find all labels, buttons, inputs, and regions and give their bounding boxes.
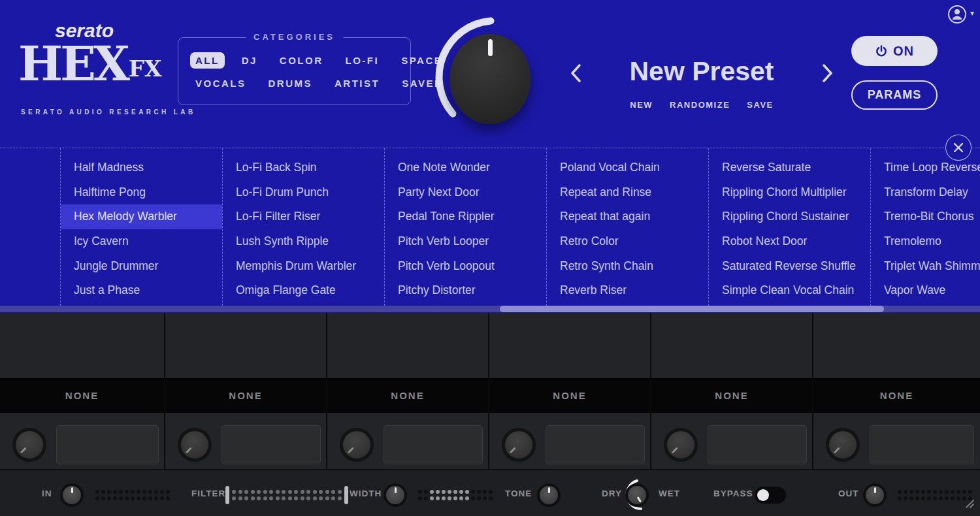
wet-label: WET: [659, 489, 680, 498]
fx-slot-5-selector[interactable]: NONE: [651, 378, 812, 413]
preset-item[interactable]: Icy Cavern: [61, 229, 222, 254]
save-preset-button[interactable]: SAVE: [747, 100, 773, 110]
preset-item[interactable]: Lush Synth Ripple: [223, 229, 384, 254]
fx-slot-2-selector[interactable]: NONE: [165, 378, 326, 413]
fx-slot-1-display[interactable]: [56, 425, 159, 464]
category-all[interactable]: ALL: [190, 52, 225, 69]
fx-slot-4-knob[interactable]: [502, 428, 536, 462]
category-vocals[interactable]: VOCALS: [190, 75, 252, 91]
out-gain-knob[interactable]: [863, 483, 887, 507]
preset-item[interactable]: Rippling Chord Multiplier: [709, 180, 870, 205]
fx-slot-5: NONE: [651, 313, 813, 469]
bypass-toggle[interactable]: [755, 487, 786, 504]
fx-slot-1-selector[interactable]: NONE: [0, 378, 164, 413]
preset-item[interactable]: Poland Vocal Chain: [547, 155, 708, 180]
preset-list-scrollbar-thumb[interactable]: [500, 306, 884, 312]
preset-item[interactable]: Jungle Drummer: [61, 254, 222, 279]
close-preset-list-button[interactable]: [945, 135, 972, 161]
preset-item[interactable]: Pedal Tone Rippler: [385, 204, 546, 229]
categories-panel: CATEGORIES ALL DJ COLOR LO-FI SPACE VOCA…: [178, 37, 411, 105]
preset-item[interactable]: Rippling Chord Sustainer: [709, 204, 870, 229]
fx-rack: NONE NONE NONE NONE NONE: [0, 313, 980, 516]
preset-item[interactable]: Vapor Wave: [871, 278, 980, 303]
preset-item[interactable]: Reverse Saturate: [709, 155, 870, 180]
category-color[interactable]: COLOR: [274, 52, 329, 69]
fx-slot-4: NONE: [489, 313, 651, 469]
knob-pointer: [386, 486, 404, 504]
fx-slot-4-selector[interactable]: NONE: [489, 378, 650, 413]
preset-item[interactable]: Repeat that again: [547, 204, 708, 229]
preset-item[interactable]: Lo-Fi Back Spin: [223, 155, 384, 180]
fx-slot-3-selector[interactable]: NONE: [327, 378, 488, 413]
preset-item[interactable]: Half Madness: [61, 155, 222, 180]
category-lofi[interactable]: LO-FI: [340, 52, 385, 69]
next-preset-button[interactable]: [821, 63, 835, 84]
fx-slot-6-knob[interactable]: [826, 428, 860, 462]
fx-slot-3-display[interactable]: [384, 425, 483, 464]
fx-slot-2-display[interactable]: [221, 425, 321, 464]
fx-slot-4-display[interactable]: [546, 425, 645, 464]
preset-item[interactable]: Repeat and Rinse: [547, 180, 708, 205]
preset-item-selected[interactable]: Hex Melody Warbler: [61, 204, 222, 229]
window-resize-grip[interactable]: [964, 498, 975, 508]
categories-row-2: VOCALS DRUMS ARTIST SAVED: [190, 75, 401, 91]
preset-name-title: New Preset: [626, 56, 777, 87]
macro-knob[interactable]: [449, 34, 531, 124]
preset-item[interactable]: Pitch Verb Loopout: [385, 254, 546, 279]
preset-item[interactable]: Tremo-Bit Chorus: [871, 204, 980, 229]
preset-item[interactable]: Robot Next Door: [709, 229, 870, 254]
filter-high-handle[interactable]: [344, 486, 348, 504]
preset-item[interactable]: Reverb Riser: [547, 278, 708, 303]
category-drums[interactable]: DRUMS: [263, 75, 318, 91]
preset-item[interactable]: Triplet Wah Shimm: [871, 254, 980, 279]
preset-item[interactable]: Lo-Fi Drum Punch: [223, 180, 384, 205]
preset-item[interactable]: Simple Clean Vocal Chain: [709, 278, 870, 303]
hex-logo-text: HEX: [18, 36, 127, 91]
fx-slot-5-display[interactable]: [708, 425, 807, 464]
fx-slot-6-selector[interactable]: NONE: [813, 378, 980, 413]
new-preset-button[interactable]: NEW: [630, 100, 653, 110]
filter-low-handle[interactable]: [225, 486, 229, 504]
preset-item[interactable]: Pitchy Distorter: [385, 278, 546, 303]
category-dj[interactable]: DJ: [237, 52, 263, 69]
preset-item[interactable]: Retro Color: [547, 229, 708, 254]
preset-item[interactable]: One Note Wonder: [385, 155, 546, 180]
preset-item[interactable]: Party Next Door: [385, 180, 546, 205]
fx-slot-6-display[interactable]: [870, 425, 974, 464]
preset-actions: NEW RANDOMIZE SAVE: [619, 100, 784, 110]
user-account-button[interactable]: [947, 5, 967, 24]
width-knob[interactable]: [384, 483, 407, 507]
fx-slot-1-knob[interactable]: [12, 428, 46, 462]
dry-wet-knob[interactable]: [625, 483, 649, 507]
category-artist[interactable]: ARTIST: [329, 75, 385, 91]
previous-preset-button[interactable]: [568, 63, 583, 84]
preset-list-scrollbar-track[interactable]: [0, 306, 980, 312]
close-icon: [953, 142, 964, 153]
fx-slot-5-knob[interactable]: [664, 428, 698, 462]
in-gain-knob[interactable]: [60, 483, 84, 507]
params-button[interactable]: PARAMS: [851, 80, 938, 110]
preset-item[interactable]: Saturated Reverse Shuffle: [709, 254, 870, 279]
preset-item[interactable]: Retro Synth Chain: [547, 254, 708, 279]
bypass-toggle-knob: [757, 489, 769, 501]
width-label: WIDTH: [350, 489, 382, 498]
preset-item[interactable]: Lo-Fi Filter Riser: [223, 204, 384, 229]
account-caret-icon[interactable]: ▾: [970, 8, 974, 18]
power-on-button[interactable]: ON: [851, 36, 938, 66]
filter-range-slider[interactable]: [225, 486, 348, 504]
macro-knob-group: [425, 12, 555, 142]
preset-item[interactable]: Just a Phase: [61, 278, 222, 303]
fx-slot-3-knob[interactable]: [340, 428, 374, 462]
bypass-label: BYPASS: [713, 489, 753, 498]
fx-slot-2-knob[interactable]: [178, 428, 212, 462]
preset-item[interactable]: Omiga Flange Gate: [223, 278, 384, 303]
preset-item[interactable]: Memphis Drum Warbler: [223, 254, 384, 279]
preset-item[interactable]: Transform Delay: [871, 180, 980, 205]
filter-dots: [232, 490, 342, 500]
tone-knob[interactable]: [537, 483, 561, 507]
preset-item[interactable]: Tremolemo: [871, 229, 980, 254]
preset-item[interactable]: Pitch Verb Looper: [385, 229, 546, 254]
out-label: OUT: [838, 489, 859, 498]
preset-item[interactable]: Halftime Pong: [61, 180, 222, 205]
randomize-preset-button[interactable]: RANDOMIZE: [670, 100, 730, 110]
